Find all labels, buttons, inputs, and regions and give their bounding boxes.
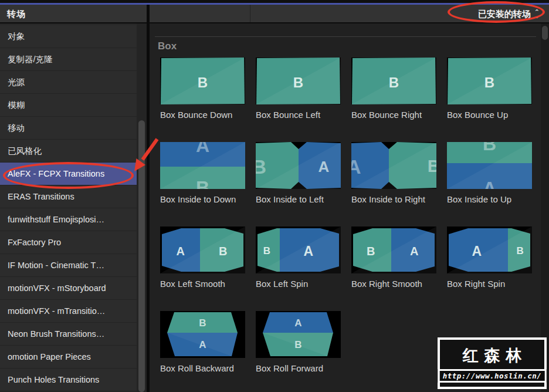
transition-label: Box Right Spin: [447, 278, 532, 289]
svg-text:B: B: [389, 75, 399, 90]
transition-item[interactable]: BABox Left Spin: [256, 227, 341, 301]
transition-thumbnail[interactable]: BA: [351, 227, 436, 273]
sidebar-item[interactable]: Neon Brush Transitions…: [0, 323, 137, 346]
sidebar-item[interactable]: funwithstuff Emojisplosi…: [0, 208, 137, 231]
transitions-grid: BBox Bounce DownBBox Bounce LeftBBox Bou…: [160, 58, 532, 386]
browser-header: 转场 已安装的转场 ⌃⌄: [0, 5, 549, 23]
transition-item[interactable]: BBox Bounce Right: [351, 58, 436, 132]
transition-thumbnail[interactable]: B: [351, 58, 436, 104]
transition-thumbnail[interactable]: AB: [447, 227, 532, 273]
svg-text:A: A: [199, 339, 206, 350]
transition-label: Box Bounce Up: [447, 109, 532, 120]
section-title: Box: [158, 40, 177, 52]
sidebar-item[interactable]: 模糊: [0, 94, 137, 117]
transition-thumbnail[interactable]: BA: [256, 227, 341, 273]
watermark: 红森林 http://www.hoslin.cn/: [438, 337, 547, 389]
svg-text:A: A: [351, 156, 361, 178]
svg-text:A: A: [177, 245, 185, 258]
transition-item[interactable]: BABox Roll Backward: [160, 311, 245, 386]
transition-item[interactable]: ABBox Roll Forward: [256, 311, 341, 386]
watermark-title: 红森林: [440, 345, 544, 366]
transition-thumbnail[interactable]: B: [256, 58, 341, 104]
svg-text:B: B: [367, 245, 375, 258]
svg-text:B: B: [293, 75, 303, 90]
transitions-browser: Box BBox Bounce DownBBox Bounce LeftBBox…: [150, 23, 541, 392]
svg-text:A: A: [294, 317, 301, 329]
transition-label: Box Bounce Left: [256, 109, 341, 120]
transition-thumbnail[interactable]: BA: [256, 142, 341, 189]
dropdown-value: 已安装的转场: [478, 9, 531, 20]
svg-text:A: A: [472, 244, 482, 259]
transition-thumbnail[interactable]: AB: [160, 227, 245, 273]
sidebar-item[interactable]: motionVFX - mStoryboard: [0, 277, 137, 300]
sidebar-item[interactable]: 光源: [0, 71, 137, 94]
svg-text:B: B: [428, 156, 436, 175]
transition-thumbnail[interactable]: AB: [160, 142, 245, 189]
transition-label: Box Roll Backward: [160, 363, 245, 374]
svg-text:A: A: [304, 244, 314, 259]
svg-text:A: A: [483, 178, 496, 189]
svg-text:B: B: [263, 245, 270, 256]
transition-label: Box Roll Forward: [256, 363, 341, 374]
svg-text:B: B: [484, 75, 494, 90]
transition-item[interactable]: BBox Bounce Down: [160, 58, 245, 132]
sidebar-item[interactable]: motionVFX - mTransitio…: [0, 300, 137, 323]
transition-label: Box Left Spin: [256, 278, 341, 289]
transition-label: Box Bounce Down: [160, 109, 245, 120]
transition-item[interactable]: BBox Bounce Up: [447, 58, 532, 132]
sidebar-scrollbar-thumb[interactable]: [138, 120, 145, 392]
sidebar-item[interactable]: 移动: [0, 117, 137, 140]
sidebar-item[interactable]: 已风格化: [0, 140, 137, 163]
sidebar-item[interactable]: AleFX - FCPX Transitions: [0, 163, 137, 185]
transition-item[interactable]: BABox Right Smooth: [351, 227, 436, 301]
sidebar-item[interactable]: 复制器/克隆: [0, 48, 137, 71]
svg-text:B: B: [256, 156, 266, 178]
sidebar-item[interactable]: omotion Paper Pieces: [0, 346, 137, 369]
transition-thumbnail[interactable]: AB: [351, 142, 436, 189]
svg-text:A: A: [410, 245, 418, 258]
svg-text:B: B: [294, 339, 301, 350]
svg-text:A: A: [196, 142, 209, 156]
svg-text:B: B: [198, 75, 208, 90]
svg-text:B: B: [196, 177, 209, 189]
svg-text:B: B: [199, 317, 206, 329]
svg-text:B: B: [517, 245, 524, 256]
transition-label: Box Inside to Up: [447, 194, 532, 205]
svg-text:B: B: [483, 142, 496, 154]
transition-label: Box Inside to Left: [256, 194, 341, 205]
sidebar-item[interactable]: IF Motion - Cinematic T…: [0, 254, 137, 277]
transition-label: Box Left Smooth: [160, 278, 245, 289]
transition-thumbnail[interactable]: BA: [160, 311, 245, 358]
svg-text:A: A: [318, 158, 330, 175]
transition-item[interactable]: BABox Inside to Left: [256, 142, 341, 217]
chevron-up-down-icon: ⌃⌄: [534, 10, 540, 18]
transition-label: Box Bounce Right: [351, 109, 436, 120]
sidebar-item[interactable]: 对象: [0, 25, 137, 48]
browser-scrollbar-thumb[interactable]: [542, 26, 548, 40]
transition-item[interactable]: ABBox Left Smooth: [160, 227, 245, 301]
transition-item[interactable]: BBox Bounce Left: [256, 58, 341, 132]
panel-title: 转场: [7, 9, 26, 20]
transition-item[interactable]: BABox Inside to Up: [447, 142, 532, 217]
sidebar-item[interactable]: FxFactory Pro: [0, 231, 137, 254]
installed-transitions-dropdown[interactable]: 已安装的转场 ⌃⌄: [478, 7, 540, 21]
transition-thumbnail[interactable]: B: [447, 58, 532, 104]
watermark-url: http://www.hoslin.cn/: [438, 369, 547, 383]
transition-label: Box Inside to Right: [351, 194, 436, 205]
section-divider: [155, 36, 536, 37]
transition-label: Box Inside to Down: [160, 194, 245, 205]
svg-text:B: B: [219, 245, 227, 258]
browser-scrollbar-track[interactable]: [541, 23, 549, 392]
transition-thumbnail[interactable]: AB: [256, 311, 341, 358]
transition-thumbnail[interactable]: BA: [447, 142, 532, 189]
transition-thumbnail[interactable]: B: [160, 58, 245, 104]
category-sidebar: 对象复制器/克隆光源模糊移动已风格化AleFX - FCPX Transitio…: [0, 23, 137, 392]
header-divider-2: [250, 5, 250, 22]
transition-item[interactable]: ABBox Inside to Down: [160, 142, 245, 217]
sidebar-item[interactable]: ERAS Transitions: [0, 185, 137, 208]
transition-item[interactable]: ABBox Right Spin: [447, 227, 532, 301]
transition-item[interactable]: ABBox Inside to Right: [351, 142, 436, 217]
sidebar-item[interactable]: Punch Holes Transitions: [0, 369, 137, 391]
transition-label: Box Right Smooth: [351, 278, 436, 289]
